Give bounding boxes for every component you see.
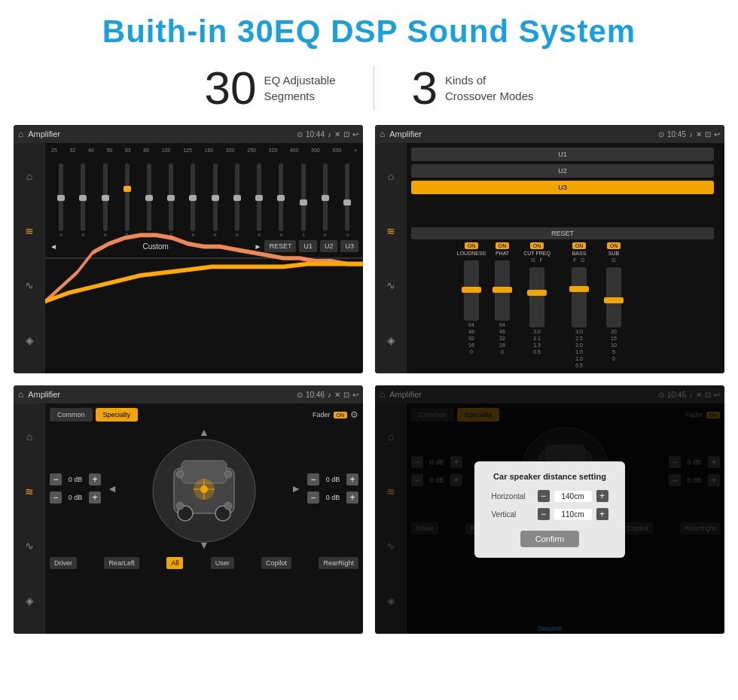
window-icon[interactable]: ⊡ — [343, 130, 349, 138]
back-icon-3[interactable]: ↩ — [352, 391, 358, 399]
crossover-sidebar: ⌂ ≋ ∿ ◈ — [375, 143, 407, 373]
sidebar-wave-icon-3[interactable]: ∿ — [25, 540, 34, 552]
bass-thumb[interactable] — [569, 286, 589, 292]
close-icon[interactable]: ✕ — [334, 130, 340, 138]
loudness-on[interactable]: ON — [465, 242, 479, 249]
close-icon-2[interactable]: ✕ — [696, 130, 702, 138]
car-diagram: ▲ — [107, 426, 301, 551]
arrow-left[interactable]: ◄ — [107, 482, 117, 495]
copilot-btn[interactable]: Copilot — [261, 557, 291, 569]
driver-btn[interactable]: Driver — [50, 557, 77, 569]
sub-thumb[interactable] — [604, 297, 624, 303]
crossover-main: U1 U2 U3 RESET ON LOUDNESS 64 48 — [407, 143, 724, 373]
sidebar-speaker-icon-3[interactable]: ◈ — [26, 595, 34, 607]
cutfreq-label: CUT FREQ — [523, 251, 550, 256]
loudness-thumb[interactable] — [462, 287, 481, 293]
screen-speaker: ⌂ Amplifier ⊙ 10:46 ♪ ✕ ⊡ ↩ ⌂ ≋ ∿ ◈ Comm… — [14, 385, 363, 634]
u3-preset[interactable]: U3 — [411, 181, 714, 194]
cutfreq-slider[interactable] — [529, 267, 544, 327]
bass-on[interactable]: ON — [572, 242, 587, 249]
ch-phat: ON PHAT 64 48 32 16 0 — [491, 242, 514, 355]
arrow-down[interactable]: ▼ — [199, 539, 209, 551]
u2-preset[interactable]: U2 — [411, 164, 714, 178]
horizontal-minus[interactable]: − — [538, 490, 550, 502]
confirm-button[interactable]: Confirm — [520, 531, 580, 547]
sidebar-eq-icon-3[interactable]: ≋ — [25, 485, 34, 498]
close-icon-3[interactable]: ✕ — [334, 391, 340, 399]
sidebar-home-icon[interactable]: ⌂ — [26, 170, 32, 182]
dialog-vertical-row: Vertical − 110cm + — [488, 508, 611, 520]
fader-on-btn[interactable]: ON — [334, 412, 348, 418]
vertical-minus[interactable]: − — [538, 508, 550, 520]
sidebar-wave-icon-2[interactable]: ∿ — [386, 279, 395, 291]
rear-left-btn[interactable]: RearLeft — [104, 557, 139, 569]
phat-on[interactable]: ON — [496, 242, 510, 249]
dialog-overlay: Car speaker distance setting Horizontal … — [375, 385, 724, 634]
user-btn[interactable]: User — [211, 557, 234, 569]
db2-minus[interactable]: − — [50, 492, 62, 504]
arrow-up[interactable]: ▲ — [199, 426, 209, 438]
svg-point-12 — [176, 502, 184, 510]
stat-crossover-text: Kinds of Crossover Modes — [445, 72, 534, 104]
phat-slider[interactable] — [495, 260, 510, 321]
sidebar-eq-icon[interactable]: ≋ — [25, 225, 34, 237]
home-icon-2[interactable]: ⌂ — [380, 129, 385, 139]
speaker-topbar: ⌂ Amplifier ⊙ 10:46 ♪ ✕ ⊡ ↩ — [14, 385, 363, 403]
all-btn[interactable]: All — [166, 557, 183, 569]
zone-buttons: Driver RearLeft All User Copilot RearRig… — [50, 557, 358, 569]
db3-minus[interactable]: − — [307, 473, 319, 485]
db1-minus[interactable]: − — [50, 473, 62, 485]
specialty-tab[interactable]: Specialty — [96, 408, 139, 422]
phat-thumb[interactable] — [493, 287, 512, 293]
sidebar-speaker-icon[interactable]: ◈ — [26, 334, 34, 346]
vertical-label: Vertical — [492, 510, 533, 519]
left-db-controls: − 0 dB + − 0 dB + — [50, 426, 101, 551]
car-svg — [151, 438, 257, 543]
crossover-topbar: ⌂ Amplifier ⊙ 10:45 ♪ ✕ ⊡ ↩ — [375, 125, 724, 143]
arrow-right[interactable]: ► — [291, 482, 301, 495]
db4-plus[interactable]: + — [346, 492, 358, 504]
cutfreq-on[interactable]: ON — [530, 242, 544, 249]
db-ctrl-4: − 0 dB + — [307, 492, 358, 504]
screen-eq: ⌂ Amplifier ⊙ 10:44 ♪ ✕ ⊡ ↩ ⌂ ≋ ∿ ◈ — [14, 125, 363, 373]
speaker-layout: − 0 dB + − 0 dB + ▲ — [50, 426, 358, 551]
sidebar-home-icon-3[interactable]: ⌂ — [26, 431, 32, 443]
db1-plus[interactable]: + — [89, 473, 101, 485]
speaker-sidebar: ⌂ ≋ ∿ ◈ — [14, 403, 45, 634]
sidebar-speaker-icon-2[interactable]: ◈ — [387, 334, 395, 346]
bass-slider[interactable] — [572, 267, 587, 327]
crossover-reset[interactable]: RESET — [411, 227, 714, 239]
sidebar-home-icon-2[interactable]: ⌂ — [388, 170, 394, 182]
cutfreq-thumb[interactable] — [527, 290, 547, 296]
common-tab[interactable]: Common — [50, 408, 93, 422]
db4-value: 0 dB — [322, 494, 343, 501]
sidebar-wave-icon[interactable]: ∿ — [25, 279, 34, 291]
sub-on[interactable]: ON — [607, 242, 621, 249]
stat-crossover-number: 3 — [412, 65, 438, 111]
ch-loudness: ON LOUDNESS 64 48 32 16 0 — [456, 242, 486, 355]
window-icon-3[interactable]: ⊡ — [343, 391, 349, 399]
crossover-time: 10:45 — [667, 130, 686, 138]
back-icon[interactable]: ↩ — [352, 130, 358, 138]
u1-preset[interactable]: U1 — [411, 148, 714, 161]
sidebar-eq-icon-2[interactable]: ≋ — [386, 225, 395, 237]
vertical-plus[interactable]: + — [596, 508, 608, 520]
horizontal-plus[interactable]: + — [596, 490, 608, 502]
db2-plus[interactable]: + — [89, 492, 101, 504]
stat-crossover: 3 Kinds of Crossover Modes — [374, 65, 572, 111]
speaker-screen-content: ⌂ ≋ ∿ ◈ Common Specialty Fader ON ⚙ — [14, 403, 363, 634]
page-title: Buith-in 30EQ DSP Sound System — [0, 14, 738, 50]
home-icon-3[interactable]: ⌂ — [18, 389, 23, 400]
db3-plus[interactable]: + — [346, 473, 358, 485]
screens-grid: ⌂ Amplifier ⊙ 10:44 ♪ ✕ ⊡ ↩ ⌂ ≋ ∿ ◈ — [0, 125, 738, 641]
loc-icon-2: ⊙ — [658, 130, 664, 138]
rear-right-btn[interactable]: RearRight — [319, 557, 358, 569]
sub-slider[interactable] — [606, 267, 621, 327]
eq-main: 25 32 40 50 63 80 100 125 160 200 250 32… — [45, 143, 363, 373]
settings-icon[interactable]: ⚙ — [350, 409, 358, 420]
loudness-slider[interactable] — [464, 260, 479, 321]
home-icon[interactable]: ⌂ — [18, 129, 23, 139]
back-icon-2[interactable]: ↩ — [714, 130, 720, 138]
window-icon-2[interactable]: ⊡ — [705, 130, 711, 138]
db4-minus[interactable]: − — [307, 492, 319, 504]
